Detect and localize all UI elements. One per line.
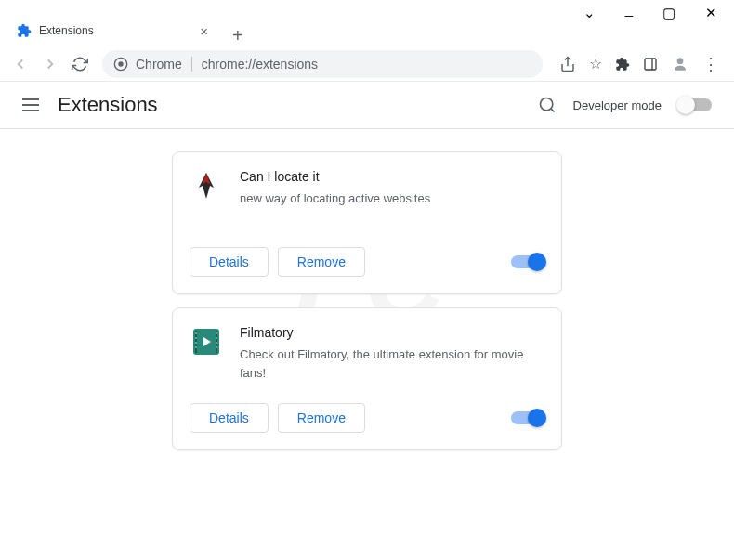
page-title: Extensions	[58, 93, 158, 117]
details-button[interactable]: Details	[190, 403, 269, 433]
extension-icon	[190, 169, 223, 202]
svg-point-10	[195, 337, 197, 339]
svg-point-15	[216, 342, 217, 344]
hamburger-menu-icon[interactable]	[22, 98, 39, 111]
extension-description: Check out Filmatory, the ultimate extens…	[240, 345, 544, 382]
extension-card: Filmatory Check out Filmatory, the ultim…	[172, 307, 562, 450]
forward-button[interactable]	[37, 51, 63, 77]
url-text: chrome://extensions	[200, 57, 318, 72]
more-menu-icon[interactable]: ⋮	[702, 54, 719, 74]
svg-point-5	[540, 98, 552, 111]
browser-toolbar: Chrome chrome://extensions ☆ ⋮	[0, 46, 734, 82]
address-bar[interactable]: Chrome chrome://extensions	[102, 50, 543, 78]
puzzle-piece-icon	[17, 23, 32, 38]
svg-point-4	[677, 58, 684, 64]
profile-avatar-icon[interactable]	[671, 55, 689, 73]
window-caret-icon[interactable]: ⌄	[583, 5, 596, 21]
developer-mode-label: Developer mode	[573, 98, 662, 112]
extensions-puzzle-icon[interactable]	[615, 57, 630, 72]
svg-point-1	[118, 61, 123, 66]
search-icon[interactable]	[538, 96, 557, 114]
svg-point-16	[216, 346, 217, 348]
extension-name: Filmatory	[240, 325, 544, 340]
svg-point-11	[195, 342, 197, 344]
svg-rect-2	[645, 59, 656, 70]
back-button[interactable]	[7, 51, 33, 77]
toolbar-icons: ☆ ⋮	[552, 54, 727, 74]
developer-mode-toggle[interactable]	[678, 98, 712, 111]
share-icon[interactable]	[559, 56, 576, 72]
tab-title: Extensions	[39, 24, 196, 37]
extension-icon	[190, 325, 223, 358]
chrome-icon	[113, 57, 128, 72]
page-header: Extensions Developer mode	[0, 82, 734, 129]
extension-enabled-toggle[interactable]	[511, 255, 544, 268]
extension-card: Can I locate it new way of locating acti…	[172, 151, 562, 294]
extension-enabled-toggle[interactable]	[511, 411, 544, 424]
svg-point-13	[216, 332, 217, 334]
details-button[interactable]: Details	[190, 247, 269, 277]
tab-close-icon[interactable]: ×	[196, 23, 212, 39]
remove-button[interactable]: Remove	[278, 403, 365, 433]
new-tab-icon[interactable]: +	[221, 25, 255, 46]
svg-point-12	[195, 346, 197, 348]
reload-button[interactable]	[67, 51, 93, 77]
tab-bar: Extensions × +	[0, 13, 734, 46]
window-close-icon[interactable]: ✕	[705, 5, 717, 21]
svg-point-14	[216, 337, 217, 339]
svg-point-9	[195, 332, 197, 334]
side-panel-icon[interactable]	[643, 57, 658, 72]
browser-tab[interactable]: Extensions ×	[7, 15, 221, 46]
url-prefix: Chrome	[136, 57, 192, 72]
bookmark-star-icon[interactable]: ☆	[589, 55, 602, 72]
extensions-list: Can I locate it new way of locating acti…	[0, 129, 734, 473]
window-controls: ⌄ _ ▢ ✕	[0, 0, 734, 13]
extension-name: Can I locate it	[240, 169, 544, 184]
window-maximize-icon[interactable]: ▢	[662, 5, 675, 21]
extension-description: new way of locating active websites	[240, 189, 544, 208]
window-minimize-icon[interactable]: _	[625, 1, 633, 17]
remove-button[interactable]: Remove	[278, 247, 365, 277]
